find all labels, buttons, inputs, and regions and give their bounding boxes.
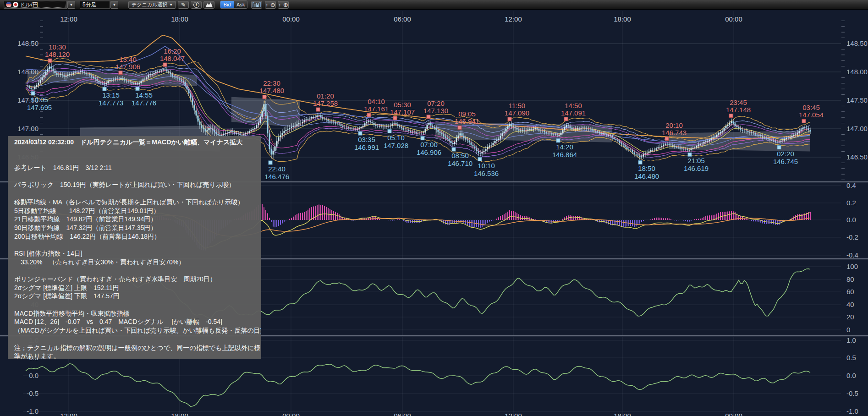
price-axis-label-right: 147.50 — [846, 96, 868, 104]
low-annotation-time: 18:50 — [638, 164, 655, 172]
technical-summary-line: パラボリック 150.19円（実勢レートが上回れば買い・下回れば売り示唆） — [14, 181, 261, 189]
high-marker — [458, 126, 461, 129]
low-annotation-time: 02:20 — [777, 150, 794, 158]
time-axis-label: 18:00 — [614, 15, 631, 23]
time-axis-label-bottom: 12:00 — [60, 412, 77, 416]
oscillator_100-axis-label-right: 0 — [846, 326, 850, 334]
chevron-down-icon: ▼ — [113, 3, 116, 7]
high-annotation-time: 14:50 — [565, 102, 582, 109]
high-marker — [119, 71, 122, 75]
oscillator_1-axis-label-right: 0.5 — [846, 354, 856, 361]
price-axis-label-right: 148.00 — [846, 68, 868, 76]
low-annotation-price: 147.695 — [27, 104, 52, 111]
currency-pair-label: ドル/円 — [20, 1, 38, 9]
price-axis-label-right: 146.50 — [846, 153, 868, 161]
technical-select-label: テクニカル選択 — [132, 1, 167, 8]
technical-summary-line: 90日移動平均線 147.32円（前営業日147.35円） — [14, 224, 261, 232]
mountain-icon — [205, 2, 213, 7]
info-button[interactable]: i — [191, 1, 202, 9]
technical-summary-line: MACD [12、26] -0.07 vs 0.47 MACDシグナル [かい離… — [14, 317, 261, 326]
technical-summary-line: MACD指数平滑移動平均・収束拡散指標 — [14, 309, 261, 318]
info-icon: i — [193, 2, 199, 8]
low-annotation-time: 14:20 — [556, 143, 573, 151]
oscillator_1-axis-label-left: -1.0 — [27, 407, 38, 415]
low-annotation-time: 21:05 — [687, 157, 705, 164]
time-axis-label: 00:00 — [725, 15, 742, 23]
technical-summary-line — [14, 266, 261, 275]
chevron-down-icon: ▼ — [70, 3, 73, 7]
low-annotation-time: 22:40 — [268, 165, 286, 173]
high-marker — [427, 115, 430, 119]
low-marker — [103, 87, 106, 91]
low-marker — [688, 153, 692, 156]
technical-summary-line: 33.20% （売られすぎ目安30%・買われすぎ目安70%） — [14, 258, 261, 267]
toolbar: ドル/円 ▼ 5分足 ▼ テクニカル選択 ▼ ✎ i Bid Ask — [0, 0, 868, 10]
high-marker — [316, 108, 320, 111]
vertical-arrows-icon: ↕ — [266, 2, 268, 7]
time-axis-label-bottom: 18:00 — [614, 412, 631, 416]
technical-summary-line: （MACDがシグナルを上回れば買い・下回れば売り示唆。かい離幅も反発・反落の目安… — [14, 326, 261, 335]
timeframe-select[interactable]: 5分足 — [80, 1, 110, 9]
low-annotation-time: 03:35 — [358, 136, 375, 143]
technical-summary-line: 2σシグマ [標準偏差] 上限 152.11円 — [14, 284, 261, 292]
jp-flag-icon — [13, 2, 18, 7]
technical-summary-line: 200日移動平均線 146.22円（前営業日146.18円） — [14, 232, 261, 241]
high-annotation-price: 147.906 — [115, 63, 140, 71]
technical-summary-line — [14, 335, 261, 344]
low-annotation-price: 146.536 — [474, 170, 499, 177]
high-marker — [564, 117, 568, 121]
time-axis-label: 12:00 — [505, 15, 522, 23]
low-annotation-time: 13:15 — [102, 91, 120, 99]
high-annotation-time: 05:30 — [394, 101, 411, 109]
low-annotation-price: 146.745 — [773, 158, 798, 165]
draw-tool-button[interactable]: ✎ — [178, 1, 189, 9]
zoom-out-icon: ⊖ — [270, 1, 275, 8]
technical-summary-line: 2024/03/12 02:32:00 ドル円テクニカル一覧＝MACDかい離幅、… — [14, 138, 261, 147]
bid-ask-toggle: Bid Ask — [220, 0, 247, 9]
low-marker — [556, 139, 560, 142]
bid-button[interactable]: Bid — [220, 1, 234, 8]
low-annotation-time: 10:10 — [478, 162, 495, 170]
macd-axis-label-right: -0.2 — [846, 233, 858, 241]
low-annotation-price: 146.480 — [634, 172, 659, 180]
oscillator_1-axis-label-left: -0.5 — [27, 389, 38, 397]
high-marker — [48, 59, 52, 62]
high-marker — [367, 113, 371, 117]
time-axis-label-bottom: 06:00 — [394, 412, 411, 416]
technical-summary-line: 2σシグマ [標準偏差] 下限 147.57円 — [14, 292, 261, 301]
high-annotation-time: 07:20 — [427, 99, 445, 107]
technical-select-button[interactable]: テクニカル選択 ▼ — [128, 1, 176, 9]
high-annotation-time: 03:45 — [802, 104, 820, 111]
oscillator_100-axis-label-right: 60 — [846, 288, 854, 296]
high-annotation-price: 148.120 — [45, 50, 70, 58]
high-annotation-price: 147.054 — [799, 111, 824, 119]
low-annotation-price: 146.710 — [448, 159, 472, 167]
time-axis-label: 06:00 — [394, 15, 411, 23]
low-annotation-price: 147.028 — [384, 142, 408, 149]
currency-pair-select[interactable]: ドル/円 — [4, 1, 67, 9]
timeframe-dropdown-button[interactable]: ▼ — [110, 1, 118, 9]
high-annotation-time: 22:30 — [263, 79, 280, 87]
chart-style-button[interactable] — [203, 1, 214, 9]
ask-button[interactable]: Ask — [234, 1, 247, 8]
vertical-zoom-in-button[interactable]: ↕⊕ — [278, 1, 289, 9]
high-annotation-price: 148.047 — [160, 55, 185, 62]
low-annotation-time: 07:00 — [420, 141, 438, 148]
low-annotation-time: 14:55 — [135, 91, 153, 99]
high-annotation-time: 23:45 — [730, 99, 747, 106]
low-marker — [777, 146, 781, 149]
oscillator_100-axis-label-right: 100 — [846, 263, 858, 270]
currency-pair-dropdown-button[interactable]: ▼ — [67, 1, 75, 9]
us-flag-icon — [6, 2, 11, 7]
oscillator_1-axis-label-right: 1.0 — [846, 336, 856, 344]
low-annotation-price: 146.619 — [684, 164, 709, 172]
high-annotation-time: 16:20 — [164, 47, 181, 55]
price-axis-label-right: 147.00 — [846, 125, 868, 132]
vertical-zoom-out-button[interactable]: ↕⊖ — [265, 1, 276, 9]
low-marker — [31, 92, 35, 95]
macd-axis-label-right: -0.4 — [846, 251, 858, 259]
high-annotation-time: 10:30 — [49, 43, 66, 51]
high-annotation-time: 04:10 — [368, 98, 385, 105]
low-marker — [421, 137, 424, 140]
bar-chart-style-button[interactable] — [251, 1, 262, 9]
